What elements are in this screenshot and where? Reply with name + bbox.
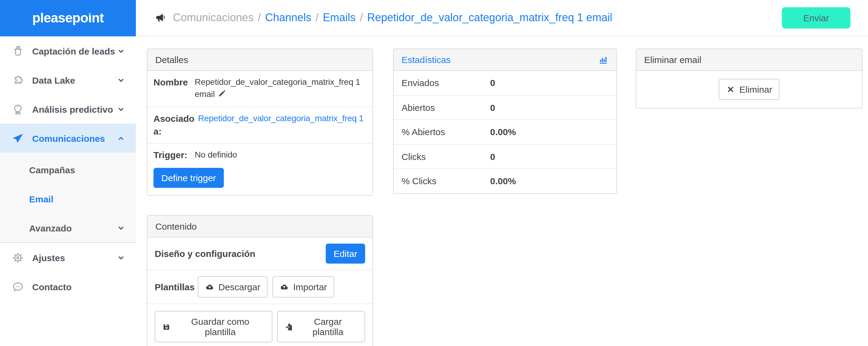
details-row-name: Nombre Repetidor_de_valor_categoria_matr… (147, 71, 372, 107)
sidebar-item-label: Data Lake (32, 75, 75, 85)
comment-dots-icon (11, 280, 24, 293)
breadcrumb: Comunicaciones / Channels / Emails / Rep… (173, 11, 612, 24)
name-label: Nombre (153, 76, 191, 102)
details-panel: Detalles Nombre Repetidor_de_valor_categ… (147, 48, 373, 196)
trigger-value: No definido (195, 148, 366, 162)
puzzle-icon (11, 74, 24, 86)
stat-row-pct-abiertos: % Abiertos 0.00% (394, 120, 616, 144)
stat-value: 0.00% (490, 175, 516, 187)
delete-panel-title: Eliminar email (644, 55, 701, 65)
associated-value: Repetidor_de_valor_categoria_matrix_freq… (198, 112, 366, 138)
content-row-templates: Plantillas Descargar Importar (147, 270, 372, 304)
sidebar-item-label: Contacto (32, 281, 71, 292)
delete-panel-body: Eliminar (636, 71, 862, 108)
sidebar-item-analisis-predictivo[interactable]: Análisis predictivo (0, 95, 136, 124)
breadcrumb-link-channels[interactable]: Channels (265, 11, 311, 24)
chevron-down-icon (117, 76, 125, 84)
content-panel-title: Contenido (155, 221, 197, 232)
templates-label: Plantillas (155, 282, 198, 292)
gear-icon (11, 251, 24, 264)
bar-chart-icon[interactable] (598, 55, 609, 65)
trigger-label: Trigger: (153, 148, 191, 162)
main-content: Detalles Nombre Repetidor_de_valor_categ… (136, 36, 868, 346)
design-label: Diseño y configuración (155, 248, 326, 259)
content-row-design: Diseño y configuración Editar (147, 238, 372, 270)
save-icon (162, 322, 171, 331)
stats-panel: Estadísticas Enviados 0 Abiertos 0 % Abi… (393, 48, 617, 194)
chevron-down-icon (117, 224, 125, 232)
cloud-upload-icon (280, 282, 289, 291)
delete-panel: Eliminar email Eliminar (636, 48, 863, 108)
chevron-down-icon (117, 105, 125, 113)
sidebar-item-label: Comunicaciones (32, 133, 105, 143)
details-panel-header: Detalles (147, 49, 372, 71)
content-row-template-actions: Guardar como plantilla Cargar plantilla (147, 304, 372, 346)
sidebar-subitem-avanzado[interactable]: Avanzado (0, 213, 136, 242)
details-row-associated: Asociado a: Repetidor_de_valor_categoria… (147, 107, 372, 144)
stat-row-clicks: Clicks 0 (394, 144, 616, 169)
send-button[interactable]: Enviar (782, 7, 850, 29)
name-value: Repetidor_de_valor_categoria_matrix_freq… (195, 76, 366, 102)
details-panel-title: Detalles (155, 55, 188, 65)
stat-value: 0.00% (490, 126, 516, 138)
sidebar: pleasepoınt Captación de leads Data Lake (0, 0, 136, 346)
bullhorn-icon (155, 11, 173, 24)
app: pleasepoınt Captación de leads Data Lake (0, 0, 868, 346)
delete-button[interactable]: Eliminar (719, 79, 779, 100)
templates-buttons: Descargar Importar (198, 276, 334, 298)
pencil-icon[interactable] (217, 90, 226, 102)
details-row-trigger: Trigger: No definido (147, 144, 372, 167)
stat-row-enviados: Enviados 0 (394, 71, 616, 96)
chevron-down-icon (117, 47, 125, 55)
sidebar-item-label: Análisis predictivo (32, 104, 113, 114)
stat-row-abiertos: Abiertos 0 (394, 96, 616, 120)
chevron-up-icon (117, 134, 125, 142)
sidebar-item-contacto[interactable]: Contacto (0, 272, 136, 301)
breadcrumb-separator: / (360, 11, 363, 24)
x-icon (726, 85, 735, 94)
template-action-buttons: Guardar como plantilla Cargar plantilla (155, 311, 365, 342)
stat-row-pct-clicks: % Clicks 0.00% (394, 169, 616, 193)
crystal-ball-icon (11, 103, 24, 115)
sidebar-subitem-email[interactable]: Email (0, 184, 136, 213)
paper-plane-icon (11, 132, 24, 144)
sidebar-item-ajustes[interactable]: Ajustes (0, 243, 136, 272)
sidebar-nav: Captación de leads Data Lake Análisis pr… (0, 36, 136, 301)
download-template-button[interactable]: Descargar (198, 276, 268, 298)
sidebar-item-label: Ajustes (32, 252, 65, 263)
sidebar-item-label: Captación de leads (32, 46, 115, 56)
chevron-down-icon (117, 253, 125, 262)
stat-value: 0 (490, 102, 495, 113)
file-import-icon (284, 322, 293, 331)
associated-campaign-link[interactable]: Repetidor_de_valor_categoria_matrix_freq… (198, 113, 364, 123)
top-bar: Comunicaciones / Channels / Emails / Rep… (136, 0, 868, 36)
stat-value: 0 (490, 150, 495, 162)
stats-panel-header: Estadísticas (394, 49, 616, 71)
breadcrumb-section: Comunicaciones (173, 11, 253, 24)
breadcrumb-separator: / (315, 11, 318, 24)
import-template-button[interactable]: Importar (272, 276, 334, 298)
breadcrumb-link-emails[interactable]: Emails (323, 11, 355, 24)
content-panel-header: Contenido (147, 216, 372, 238)
cloud-download-icon (205, 282, 214, 291)
logo-text: pleasepoınt (32, 11, 104, 25)
sidebar-subitem-campanas[interactable]: Campañas (0, 155, 136, 184)
sidebar-item-data-lake[interactable]: Data Lake (0, 65, 136, 95)
logo[interactable]: pleasepoınt (0, 0, 136, 36)
sidebar-item-comunicaciones[interactable]: Comunicaciones (0, 124, 136, 153)
load-template-button[interactable]: Cargar plantilla (277, 311, 365, 342)
save-as-template-button[interactable]: Guardar como plantilla (155, 311, 272, 342)
magic-hat-icon (11, 44, 24, 57)
define-trigger-button[interactable]: Define trigger (153, 168, 224, 188)
sidebar-submenu: Campañas Email Avanzado (0, 153, 136, 243)
stat-value: 0 (490, 77, 495, 89)
stats-panel-title[interactable]: Estadísticas (402, 55, 451, 65)
breadcrumb-current-email[interactable]: Repetidor_de_valor_categoria_matrix_freq… (367, 11, 612, 24)
delete-panel-header: Eliminar email (636, 49, 862, 71)
content-panel: Contenido Diseño y configuración Editar … (147, 215, 373, 346)
associated-label: Asociado a: (153, 112, 194, 138)
breadcrumb-separator: / (258, 11, 261, 24)
edit-button[interactable]: Editar (326, 244, 365, 264)
sidebar-item-captacion-de-leads[interactable]: Captación de leads (0, 36, 136, 65)
